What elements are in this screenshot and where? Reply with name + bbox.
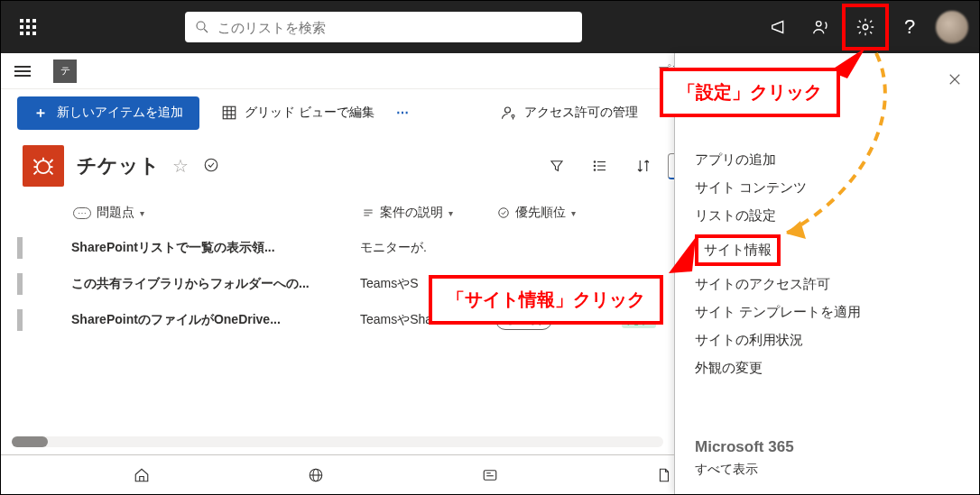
annotation-site-info-click: 「サイト情報」クリック xyxy=(429,275,663,325)
svg-point-33 xyxy=(499,208,509,218)
close-panel-button[interactable] xyxy=(947,69,963,93)
chevron-down-icon: ▾ xyxy=(140,208,144,218)
favorite-star[interactable]: ☆ xyxy=(172,155,189,177)
app-launcher[interactable] xyxy=(6,5,50,49)
nav-home[interactable] xyxy=(120,455,163,495)
row-handle[interactable] xyxy=(17,237,23,259)
list-icon xyxy=(23,145,64,187)
edit-grid-button[interactable]: グリッド ビューで編集 xyxy=(221,105,374,121)
choice-icon xyxy=(497,206,510,219)
column-label: 案件の説明 xyxy=(380,205,443,221)
sort-icon xyxy=(635,158,652,174)
row-handle[interactable] xyxy=(17,273,23,295)
svg-point-2 xyxy=(817,22,822,26)
list-icon-sm xyxy=(592,158,608,174)
settings-item-apply-template[interactable]: サイト テンプレートを適用 xyxy=(695,303,959,322)
svg-line-14 xyxy=(34,160,38,163)
item-title[interactable]: この共有ライブラリからフォルダーへの... xyxy=(71,276,360,292)
svg-rect-5 xyxy=(223,106,236,119)
column-label: 優先順位 xyxy=(515,205,566,221)
svg-line-15 xyxy=(50,160,53,163)
hamburger-icon xyxy=(14,66,31,77)
search-input[interactable] xyxy=(217,20,573,35)
file-icon xyxy=(656,467,672,483)
chevron-down-icon: ▾ xyxy=(571,208,576,218)
person-voice-icon xyxy=(811,17,831,37)
waffle-icon xyxy=(20,19,36,35)
manage-access-button[interactable]: アクセス許可の管理 xyxy=(501,105,638,121)
svg-point-12 xyxy=(37,160,50,173)
filter-button[interactable] xyxy=(538,151,576,180)
horizontal-scrollbar[interactable] xyxy=(12,436,663,447)
settings-item-change-look[interactable]: 外観の変更 xyxy=(695,359,959,378)
globe-icon xyxy=(308,467,324,483)
news-icon xyxy=(482,467,498,483)
bug-icon xyxy=(31,153,56,179)
settings-item-site-contents[interactable]: サイト コンテンツ xyxy=(695,179,959,197)
gear-icon xyxy=(855,17,875,37)
nav-sites[interactable] xyxy=(294,455,337,495)
column-type-icon: ⋯ xyxy=(73,207,91,219)
svg-point-11 xyxy=(512,115,514,117)
megaphone-button[interactable] xyxy=(759,5,800,49)
nav-hamburger[interactable] xyxy=(8,57,37,86)
manage-access-label: アクセス許可の管理 xyxy=(524,105,638,121)
svg-line-1 xyxy=(204,29,208,32)
nav-news[interactable] xyxy=(468,455,512,495)
settings-item-site-permissions[interactable]: サイトのアクセス許可 xyxy=(695,275,959,294)
avatar[interactable] xyxy=(936,11,968,43)
new-item-button[interactable]: ＋ 新しいアイテムを追加 xyxy=(17,96,199,130)
person-key-icon xyxy=(501,105,517,121)
settings-item-add-app[interactable]: アプリの追加 xyxy=(695,151,959,170)
new-item-label: 新しいアイテムを追加 xyxy=(57,105,183,121)
scrollbar-thumb[interactable] xyxy=(12,436,48,447)
svg-point-26 xyxy=(595,170,596,171)
svg-line-17 xyxy=(50,171,53,175)
svg-point-3 xyxy=(863,24,868,30)
svg-line-16 xyxy=(34,171,38,175)
plus-icon: ＋ xyxy=(33,104,48,123)
close-icon xyxy=(947,71,963,87)
annotation-settings-click: 「設定」クリック xyxy=(660,68,840,117)
edit-grid-label: グリッド ビューで編集 xyxy=(245,105,374,121)
settings-item-site-info[interactable]: サイト情報 xyxy=(695,234,781,266)
column-label: 問題点 xyxy=(97,205,134,221)
published-check-icon[interactable] xyxy=(203,157,219,176)
column-header-priority[interactable]: 優先順位 ▾ xyxy=(497,205,624,221)
svg-point-24 xyxy=(595,161,596,163)
column-header-description[interactable]: 案件の説明 ▾ xyxy=(362,205,497,221)
item-title[interactable]: SharePointのファイルがOneDrive... xyxy=(71,312,360,328)
search-icon xyxy=(194,19,210,35)
row-handle[interactable] xyxy=(17,309,23,331)
command-overflow[interactable]: ⋯ xyxy=(396,105,411,120)
svg-point-10 xyxy=(505,107,511,113)
item-title[interactable]: SharePointリストで一覧の表示領... xyxy=(71,240,360,256)
home-icon xyxy=(134,467,150,483)
settings-footer-title: Microsoft 365 xyxy=(695,438,794,456)
group-button[interactable] xyxy=(581,151,619,180)
immersive-reader-button[interactable] xyxy=(800,5,842,49)
settings-item-site-usage[interactable]: サイトの利用状況 xyxy=(695,331,959,350)
search-box[interactable] xyxy=(185,12,582,42)
settings-button[interactable] xyxy=(842,4,889,50)
list-title: チケット xyxy=(77,152,160,179)
megaphone-icon xyxy=(770,17,790,37)
settings-show-all[interactable]: すべて表示 xyxy=(695,462,794,478)
settings-panel: アプリの追加 サイト コンテンツ リストの設定 サイト情報 サイトのアクセス許可… xyxy=(674,53,979,494)
text-icon xyxy=(362,206,374,219)
chevron-down-icon: ▾ xyxy=(448,208,453,218)
filter-icon xyxy=(549,158,565,174)
column-header-problem[interactable]: ⋯ 問題点 ▾ xyxy=(73,205,362,221)
item-description: モニターが. xyxy=(360,240,495,256)
settings-item-list-settings[interactable]: リストの設定 xyxy=(695,206,959,225)
help-button[interactable]: ? xyxy=(889,5,930,49)
svg-point-20 xyxy=(205,159,217,171)
svg-rect-37 xyxy=(484,470,496,480)
svg-point-0 xyxy=(197,22,205,30)
svg-point-25 xyxy=(595,165,596,167)
site-logo[interactable]: テ xyxy=(53,60,77,83)
sort-button[interactable] xyxy=(624,151,662,180)
help-icon: ? xyxy=(904,15,915,39)
grid-icon xyxy=(221,105,237,121)
